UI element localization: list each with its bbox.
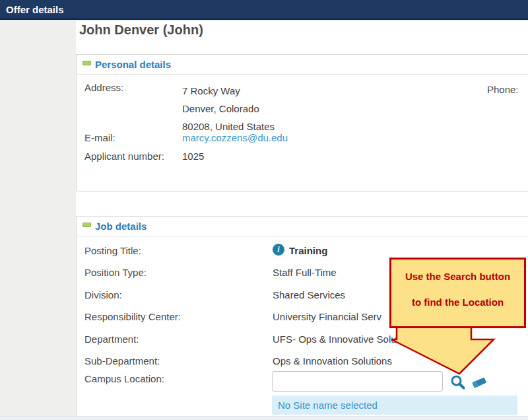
personal-details-panel: Personal details Address: 7 Rocky Way De… bbox=[76, 54, 528, 192]
position-type-label: Position Type: bbox=[84, 267, 147, 278]
responsibility-center-value: University Financial Serv bbox=[273, 311, 381, 322]
job-details-title: Job details bbox=[95, 221, 147, 232]
applicant-name-heading: John Denver (John) bbox=[79, 22, 203, 38]
address-label: Address: bbox=[84, 82, 123, 93]
top-title-bar: Offer details bbox=[0, 0, 528, 20]
email-label: E-mail: bbox=[84, 132, 116, 143]
posting-title-value-row: i Training bbox=[289, 245, 327, 256]
address-line-1: 7 Rocky Way bbox=[182, 82, 275, 100]
window-title: Offer details bbox=[6, 4, 64, 15]
collapse-icon[interactable] bbox=[82, 223, 91, 227]
eraser-icon bbox=[470, 376, 488, 389]
personal-details-header[interactable]: Personal details bbox=[77, 55, 528, 75]
annotation-callout: Use the Search button to find the Locati… bbox=[389, 258, 526, 328]
applicant-number-value: 1025 bbox=[182, 151, 204, 162]
posting-title-label: Posting Title: bbox=[84, 245, 141, 256]
address-line-2: Denver, Colorado bbox=[182, 100, 275, 118]
personal-details-title: Personal details bbox=[95, 59, 171, 70]
sub-department-label: Sub-Department: bbox=[84, 355, 160, 367]
division-value: Shared Services bbox=[273, 289, 345, 300]
collapse-icon[interactable] bbox=[82, 61, 91, 65]
division-label: Division: bbox=[84, 289, 122, 300]
department-label: Department: bbox=[84, 333, 139, 345]
phone-label: Phone: bbox=[487, 84, 519, 95]
applicant-number-label: Applicant number: bbox=[84, 151, 164, 162]
no-site-message: No Site name selected bbox=[272, 396, 517, 415]
position-type-value: Staff Full-Time bbox=[273, 267, 337, 278]
clear-button[interactable] bbox=[470, 376, 488, 391]
offer-details-page: Offer details John Denver (John) Persona… bbox=[0, 0, 528, 420]
email-link[interactable]: marcy.cozzens@du.edu bbox=[182, 132, 288, 143]
posting-title-value: Training bbox=[289, 245, 327, 256]
address-value: 7 Rocky Way Denver, Colorado 80208, Unit… bbox=[182, 82, 275, 135]
info-icon[interactable]: i bbox=[273, 244, 284, 256]
job-details-header[interactable]: Job details bbox=[77, 217, 528, 236]
sub-department-value: Ops & Innovation Solutions bbox=[273, 355, 392, 367]
callout-text-line2: to find the Location bbox=[391, 297, 524, 308]
responsibility-center-label: Responsibility Center: bbox=[84, 311, 181, 322]
callout-text-line1: Use the Search button bbox=[391, 271, 524, 282]
page-bottom-strip bbox=[0, 416, 528, 420]
campus-location-label: Campus Location: bbox=[84, 373, 164, 384]
